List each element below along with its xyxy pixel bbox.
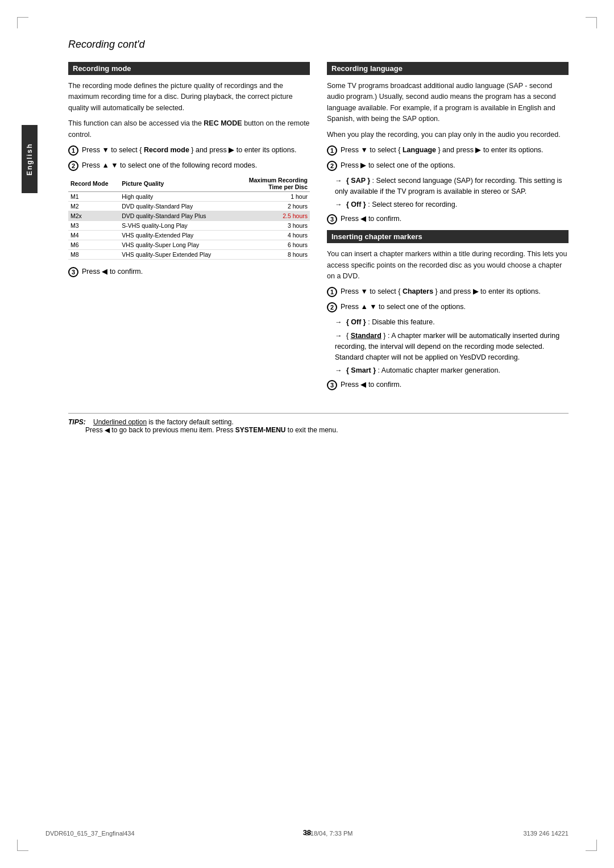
page-title: Recording cont'd	[68, 34, 569, 52]
two-column-layout: Recording mode The recording mode define…	[68, 62, 569, 396]
time-cell: 6 hours	[233, 240, 310, 249]
mode-cell: M2x	[68, 211, 119, 220]
left-column: Recording mode The recording mode define…	[68, 62, 310, 396]
time-cell: 4 hours	[233, 230, 310, 240]
tips-line2: Press ◀ to go back to previous menu item…	[85, 426, 338, 434]
step1-text: Press ▼ to select { Record mode } and pr…	[82, 145, 310, 156]
quality-cell: DVD quality-Standard Play	[119, 201, 233, 211]
recording-language-body2: When you play the recording, you can pla…	[327, 130, 569, 140]
recording-mode-intro2: This function can also be accessed via t…	[68, 118, 310, 140]
table-row: M1 High quality 1 hour	[68, 191, 310, 201]
table-header-time: Maximum RecordingTime per Disc	[233, 176, 310, 192]
table-header-mode: Record Mode	[68, 176, 119, 192]
step3-recording-mode: 3 Press ◀ to confirm.	[68, 266, 310, 277]
corner-mark-bl	[17, 840, 28, 851]
step-number-3-ch: 3	[327, 380, 337, 390]
quality-cell: VHS quality-Super Long Play	[119, 240, 233, 249]
step3-text: Press ◀ to confirm.	[82, 266, 310, 277]
step2-chapters: 2 Press ▲ ▼ to select one of the options…	[327, 302, 569, 312]
recording-mode-header: Recording mode	[68, 62, 310, 75]
table-body: M1 High quality 1 hour M2 DVD quality-St…	[68, 191, 310, 259]
step3-ch-text: Press ◀ to confirm.	[341, 379, 569, 390]
footer-left: DVDR610_615_37_Engfinal434	[45, 830, 135, 837]
table-row: M3 S-VHS quality-Long Play 3 hours	[68, 220, 310, 230]
time-cell: 2 hours	[233, 201, 310, 211]
table-header-quality: Picture Quality	[119, 176, 233, 192]
quality-cell: VHS quality-Extended Play	[119, 230, 233, 240]
step1-lang-text: Press ▼ to select { Language } and press…	[341, 145, 569, 156]
step3-lang-text: Press ◀ to confirm.	[341, 214, 569, 224]
table-row: M8 VHS quality-Super Extended Play 8 hou…	[68, 249, 310, 259]
mode-cell: M2	[68, 201, 119, 211]
step-number-3: 3	[68, 267, 78, 277]
sub-smart-chapters: → { Smart } : Automatic chapter marker g…	[335, 365, 569, 376]
inserting-chapters-header: Inserting chapter markers	[327, 230, 569, 243]
step-number-1: 1	[68, 145, 78, 156]
step2-ch-text: Press ▲ ▼ to select one of the options.	[341, 302, 569, 312]
quality-cell: S-VHS quality-Long Play	[119, 220, 233, 230]
step1-recording-mode: 1 Press ▼ to select { Record mode } and …	[68, 145, 310, 156]
recording-language-body1: Some TV programs broadcast additional au…	[327, 81, 569, 125]
sub-standard-chapters: → { Standard } : A chapter marker will b…	[335, 331, 569, 362]
sidebar-english-label: English	[22, 125, 38, 193]
mode-cell: M3	[68, 220, 119, 230]
step1-language: 1 Press ▼ to select { Language } and pre…	[327, 145, 569, 156]
table-row: M6 VHS quality-Super Long Play 6 hours	[68, 240, 310, 249]
arrow-icon-standard: →	[335, 332, 342, 340]
time-cell: 1 hour	[233, 191, 310, 201]
step-number-3-lang: 3	[327, 214, 337, 224]
footer-right: 3139 246 14221	[523, 830, 569, 837]
step-number-1-ch: 1	[327, 287, 337, 297]
quality-cell: High quality	[119, 191, 233, 201]
step1-chapters: 1 Press ▼ to select { Chapters } and pre…	[327, 286, 569, 297]
table-row: M2 DVD quality-Standard Play 2 hours	[68, 201, 310, 211]
page-number: 38	[303, 828, 311, 837]
corner-mark-tl	[17, 17, 28, 28]
sub-sap: → { SAP } : Select second language (SAP)…	[335, 176, 569, 197]
quality-cell: DVD quality-Standard Play Plus	[119, 211, 233, 220]
tips-line1: Underlined option is the factory default…	[93, 418, 234, 426]
step2-lang-text: Press ▶ to select one of the options.	[341, 160, 569, 171]
recording-mode-intro1: The recording mode defines the picture q…	[68, 81, 310, 114]
mode-cell: M1	[68, 191, 119, 201]
time-cell: 8 hours	[233, 249, 310, 259]
step-number-2-lang: 2	[327, 161, 337, 171]
mode-cell: M8	[68, 249, 119, 259]
arrow-icon-sap: →	[335, 177, 342, 185]
step2-text: Press ▲ ▼ to select one of the following…	[82, 160, 310, 171]
arrow-icon-off-ch: →	[335, 318, 342, 326]
mode-cell: M6	[68, 240, 119, 249]
step-number-1-lang: 1	[327, 145, 337, 156]
tips-section: TIPS: Underlined option is the factory d…	[68, 413, 569, 434]
arrow-icon-off-lang: →	[335, 201, 342, 208]
mode-cell: M4	[68, 230, 119, 240]
step1-ch-text: Press ▼ to select { Chapters } and press…	[341, 286, 569, 297]
footer-date: 8/18/04, 7:33 PM	[305, 830, 353, 837]
corner-mark-tr	[586, 17, 597, 28]
table-row-highlight: M2x DVD quality-Standard Play Plus 2.5 h…	[68, 211, 310, 220]
time-cell: 3 hours	[233, 220, 310, 230]
step3-language: 3 Press ◀ to confirm.	[327, 214, 569, 224]
corner-mark-br	[586, 840, 597, 851]
main-content: Recording cont'd Recording mode The reco…	[68, 34, 569, 434]
chapters-body: You can insert a chapter markers within …	[327, 249, 569, 282]
page: English Recording cont'd Recording mode …	[0, 0, 614, 868]
right-column: Recording language Some TV programs broa…	[327, 62, 569, 396]
step-number-2-ch: 2	[327, 302, 337, 312]
sub-off-chapters: → { Off } : Disable this feature.	[335, 317, 569, 328]
sidebar-text: English	[26, 143, 34, 175]
recording-language-header: Recording language	[327, 62, 569, 75]
arrow-icon-smart: →	[335, 366, 342, 374]
quality-cell: VHS quality-Super Extended Play	[119, 249, 233, 259]
tips-label: TIPS:	[68, 418, 86, 426]
step2-recording-mode: 2 Press ▲ ▼ to select one of the followi…	[68, 160, 310, 171]
step-number-2: 2	[68, 161, 78, 171]
time-cell: 2.5 hours	[233, 211, 310, 220]
sub-off-lang: → { Off } : Select stereo for recording.	[335, 199, 569, 210]
table-row: M4 VHS quality-Extended Play 4 hours	[68, 230, 310, 240]
step2-language: 2 Press ▶ to select one of the options.	[327, 160, 569, 171]
step3-chapters: 3 Press ◀ to confirm.	[327, 379, 569, 390]
recording-mode-table: Record Mode Picture Quality Maximum Reco…	[68, 176, 310, 260]
